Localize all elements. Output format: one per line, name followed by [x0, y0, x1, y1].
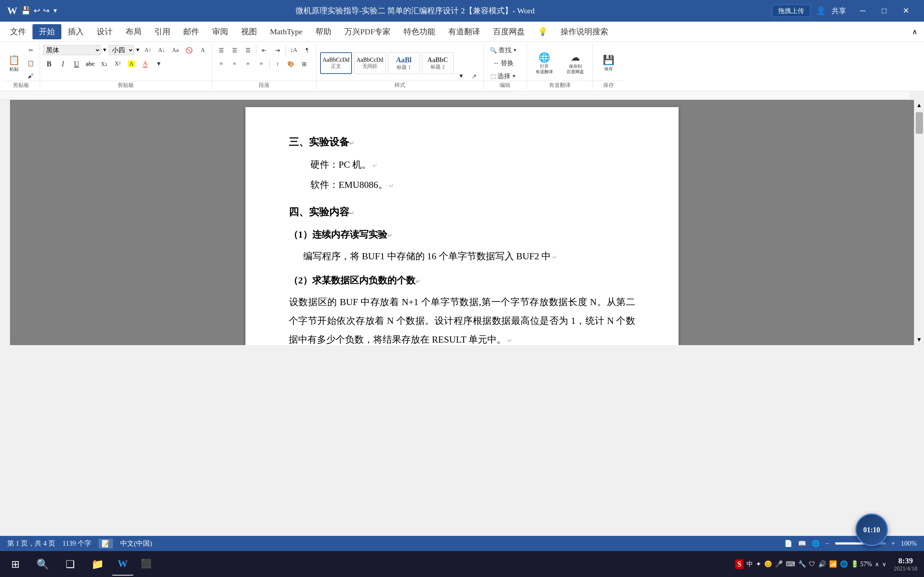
replace-btn[interactable]: ↔ 替换: [490, 57, 517, 69]
vertical-scrollbar[interactable]: ▲ ▼: [914, 100, 924, 345]
share-btn[interactable]: 共享: [832, 6, 846, 16]
style-heading1[interactable]: AaBl 标题 1: [388, 52, 420, 74]
maximize-btn[interactable]: □: [874, 0, 895, 22]
show-marks-btn[interactable]: ¶: [301, 44, 313, 56]
paste-btn[interactable]: 📋 粘贴: [5, 50, 23, 76]
menu-mailings[interactable]: 邮件: [177, 24, 206, 39]
menu-review[interactable]: 审阅: [206, 24, 234, 39]
menu-baidu[interactable]: 百度网盘: [486, 24, 531, 39]
upload-btn[interactable]: 拖拽上传: [772, 5, 810, 17]
decrease-font-btn[interactable]: A↓: [155, 44, 168, 56]
menu-view[interactable]: 视图: [234, 24, 263, 39]
tray-icon-1[interactable]: S: [735, 559, 743, 569]
select-btn[interactable]: ⬚ 选择 ▼: [487, 70, 519, 82]
search-btn[interactable]: 🔍: [30, 551, 56, 577]
bullets-btn[interactable]: ☰: [215, 44, 228, 56]
find-btn[interactable]: 🔍 查找 ▼: [486, 44, 520, 56]
scroll-thumb[interactable]: [916, 112, 923, 134]
justify-btn[interactable]: ≡: [255, 58, 267, 70]
save-quick-btn[interactable]: 💾: [21, 6, 31, 16]
language-btn[interactable]: 中文(中国): [120, 539, 152, 548]
menu-mathtype[interactable]: MathType: [263, 25, 309, 39]
styles-expand-btn[interactable]: ↗: [468, 70, 480, 82]
redo-quick-btn[interactable]: ↪: [43, 6, 50, 16]
tray-icon-wifi[interactable]: 📶: [829, 560, 837, 568]
ribbon-collapse-btn[interactable]: ∧: [909, 26, 921, 37]
tray-icon-kb[interactable]: ⌨: [786, 560, 795, 568]
scroll-up-arrow[interactable]: ▲: [914, 100, 924, 111]
read-view-btn[interactable]: 📖: [798, 540, 806, 548]
save-baidu-btn[interactable]: ☁ 保存到百度网盘: [561, 50, 590, 76]
scroll-down-arrow[interactable]: ▼: [914, 334, 924, 345]
cut-btn[interactable]: ✂: [24, 44, 37, 56]
undo-quick-btn[interactable]: ↩: [34, 6, 40, 16]
open-youdao-btn[interactable]: 🌐 打开有道翻译: [530, 50, 559, 76]
tray-icon-settings[interactable]: 🔧: [798, 560, 806, 568]
align-left-btn[interactable]: ≡: [215, 58, 228, 70]
font-name-select[interactable]: 黑体: [43, 45, 101, 55]
menu-help[interactable]: 帮助: [309, 24, 338, 39]
tray-expand-btn2[interactable]: ∨: [882, 561, 887, 567]
style-normal[interactable]: AaBbCcDd 正文: [320, 52, 352, 74]
menu-design[interactable]: 设计: [90, 24, 119, 39]
highlight-btn[interactable]: A: [125, 58, 137, 70]
copy-btn[interactable]: 📋: [24, 57, 37, 69]
zoom-plus-btn[interactable]: +: [892, 540, 895, 548]
font-size-select[interactable]: 小四: [109, 45, 134, 55]
zoom-minus-btn[interactable]: −: [825, 540, 829, 548]
font-color-btn[interactable]: A: [139, 58, 151, 70]
explorer-btn[interactable]: 📁: [84, 551, 110, 577]
menu-lightbulb-icon[interactable]: 💡: [531, 25, 554, 39]
word-app-btn[interactable]: W: [112, 553, 134, 575]
align-right-btn[interactable]: ≡: [242, 58, 254, 70]
subscript-btn[interactable]: X₂: [98, 58, 110, 70]
increase-font-btn[interactable]: A↑: [142, 44, 154, 56]
web-view-btn[interactable]: 🌐: [812, 540, 820, 548]
more-btn[interactable]: ▼: [153, 58, 165, 70]
tray-icon-network[interactable]: 🌐: [840, 560, 848, 568]
tray-icon-shield[interactable]: 🛡: [809, 561, 815, 568]
document-container[interactable]: 三、实验设备↵ 硬件：PC 机。 ↵ 软件：EMU8086。 ↵ 四、实验内容↵…: [10, 100, 914, 345]
customize-quick-btn[interactable]: ▼: [52, 8, 58, 14]
tray-icon-star[interactable]: ✦: [756, 560, 761, 568]
italic-btn[interactable]: I: [57, 58, 69, 70]
increase-indent-btn[interactable]: ⇥: [271, 44, 284, 56]
text-effect-btn[interactable]: A: [197, 44, 209, 56]
minimize-btn[interactable]: ─: [852, 0, 874, 22]
format-painter-btn[interactable]: 🖌: [24, 70, 37, 82]
borders-btn[interactable]: ⊞: [298, 58, 310, 70]
numbering-btn[interactable]: ☰: [228, 44, 241, 56]
close-btn[interactable]: ✕: [895, 0, 917, 22]
tray-icon-smile[interactable]: 😊: [764, 560, 772, 568]
underline-btn[interactable]: U: [70, 58, 82, 70]
line-spacing-btn[interactable]: ↕: [271, 58, 284, 70]
clear-format-btn[interactable]: 🚫: [183, 44, 195, 56]
clock-widget[interactable]: 8:39 2021/4/18: [889, 556, 922, 572]
sort-btn[interactable]: ↕A: [288, 44, 300, 56]
multilevel-btn[interactable]: ☰: [242, 44, 254, 56]
layout-view-btn[interactable]: 📄: [784, 540, 792, 548]
menu-wps-pdf[interactable]: 万兴PDF专家: [338, 24, 397, 39]
style-no-space[interactable]: AaBbCcDd 无间距: [354, 52, 386, 74]
change-case-btn[interactable]: Aa: [169, 44, 181, 56]
edit-mode-btn[interactable]: 📝: [99, 539, 113, 548]
styles-scroll-down[interactable]: ▼: [455, 70, 467, 82]
menu-ops-search[interactable]: 操作说明搜索: [554, 24, 615, 39]
menu-file[interactable]: 文件: [3, 24, 32, 39]
menu-translation[interactable]: 有道翻译: [442, 24, 486, 39]
battery-indicator[interactable]: 🔋 57%: [851, 560, 872, 568]
strikethrough-btn[interactable]: abc: [84, 58, 96, 70]
menu-layout[interactable]: 布局: [119, 24, 148, 39]
menu-special[interactable]: 特色功能: [397, 24, 442, 39]
shading-btn[interactable]: 🎨: [285, 58, 297, 70]
superscript-btn[interactable]: X²: [111, 58, 124, 70]
menu-references[interactable]: 引用: [148, 24, 177, 39]
ide-app-btn[interactable]: ⬛: [135, 553, 157, 575]
decrease-indent-btn[interactable]: ⇤: [258, 44, 270, 56]
align-center-btn[interactable]: ≡: [228, 58, 241, 70]
tray-icon-lang[interactable]: 中: [746, 560, 753, 568]
bold-btn[interactable]: B: [43, 58, 55, 70]
task-view-btn[interactable]: ❑: [57, 551, 83, 577]
menu-insert[interactable]: 插入: [61, 24, 90, 39]
save-btn[interactable]: 💾 保存: [596, 50, 621, 76]
